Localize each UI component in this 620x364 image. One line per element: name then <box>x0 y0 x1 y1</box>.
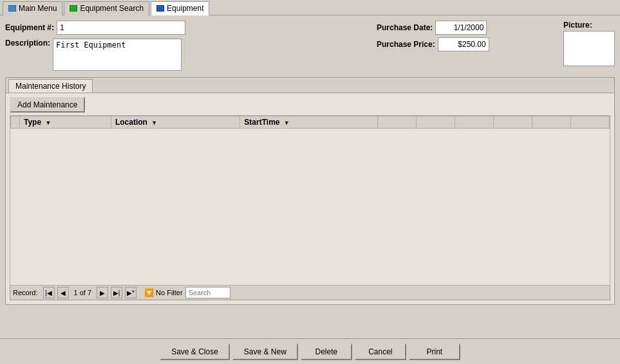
col-extra1 <box>378 116 417 129</box>
maintenance-history-tab-label: Maintenance History <box>15 82 86 91</box>
description-group: Description: First Equipment <box>5 39 182 71</box>
col-extra4 <box>494 116 532 129</box>
nav-new-button[interactable]: ▶* <box>125 287 136 298</box>
equipment-number-label: Equipment #: <box>5 23 54 32</box>
form-right: Purchase Date: Purchase Price: <box>377 21 538 75</box>
tab-main-menu-label: Main Menu <box>19 4 57 13</box>
add-maintenance-label: Add Maintenance <box>17 100 77 109</box>
equipment-number-input[interactable] <box>57 21 185 35</box>
tab-equipment-search[interactable]: Equipment Search <box>64 1 149 15</box>
description-input[interactable]: First Equipment <box>53 39 182 71</box>
grid-header-row: Type ▼ Location ▼ StartTime ▼ <box>11 116 610 129</box>
cancel-button[interactable]: Cancel <box>355 343 406 360</box>
col-location-header[interactable]: Location ▼ <box>111 116 240 129</box>
save-close-label: Save & Close <box>171 347 218 356</box>
cancel-label: Cancel <box>368 347 392 356</box>
add-maintenance-button[interactable]: Add Maintenance <box>10 97 85 113</box>
tab-panel-header: Maintenance History <box>6 78 614 93</box>
maintenance-grid-container[interactable]: Type ▼ Location ▼ StartTime ▼ <box>10 115 610 286</box>
picture-label: Picture: <box>563 21 592 30</box>
tab-equipment[interactable]: Equipment <box>151 1 209 15</box>
col-location-sort-icon: ▼ <box>151 120 157 126</box>
picture-section: Picture: <box>563 21 615 75</box>
nav-filter-group: 🔽 No Filter <box>144 288 183 297</box>
col-starttime-header[interactable]: StartTime ▼ <box>240 116 378 129</box>
purchase-price-label: Purchase Price: <box>377 40 435 49</box>
purchase-date-input[interactable] <box>435 21 487 35</box>
col-extra5 <box>532 116 571 129</box>
purchase-date-label: Purchase Date: <box>377 23 433 32</box>
maintenance-history-tab[interactable]: Maintenance History <box>8 79 93 93</box>
tab-panel-body: Add Maintenance Type ▼ Location <box>6 93 614 304</box>
save-new-label: Save & New <box>244 347 287 356</box>
search-input[interactable] <box>185 287 230 298</box>
nav-bar: Record: |◀ ◀ 1 of 7 ▶ ▶| ▶* 🔽 No Filter <box>10 286 610 300</box>
purchase-date-group: Purchase Date: <box>377 21 487 35</box>
nav-prev-button[interactable]: ◀ <box>57 287 69 298</box>
equipment-number-group: Equipment #: <box>5 21 185 35</box>
search-tab-icon <box>70 5 77 12</box>
nav-next-button[interactable]: ▶ <box>97 287 108 298</box>
nav-first-button[interactable]: |◀ <box>43 287 55 298</box>
description-label: Description: <box>5 39 50 48</box>
print-button[interactable]: Print <box>409 343 460 360</box>
picture-box <box>563 31 615 66</box>
row-selector-header <box>11 116 20 129</box>
record-label: Record: <box>13 289 38 296</box>
save-new-button[interactable]: Save & New <box>232 343 298 360</box>
col-type-sort-icon: ▼ <box>45 120 51 126</box>
print-label: Print <box>427 347 443 356</box>
tab-bar: Main Menu Equipment Search Equipment <box>0 0 620 15</box>
main-content: Equipment #: Description: First Equipmen… <box>0 15 620 338</box>
table-tab-icon <box>156 5 164 12</box>
col-extra2 <box>417 116 455 129</box>
maintenance-grid: Type ▼ Location ▼ StartTime ▼ <box>10 116 610 129</box>
col-location-label: Location <box>115 118 147 127</box>
nav-last-button[interactable]: ▶| <box>111 287 122 298</box>
description-row: Description: First Equipment <box>5 39 364 71</box>
tab-equipment-search-label: Equipment Search <box>80 4 144 13</box>
no-filter-label: No Filter <box>156 289 183 296</box>
tab-equipment-label: Equipment <box>167 4 203 13</box>
col-type-label: Type <box>24 118 41 127</box>
col-starttime-sort-icon: ▼ <box>284 120 290 126</box>
delete-label: Delete <box>315 347 338 356</box>
form-left: Equipment #: Description: First Equipmen… <box>5 21 364 75</box>
filter-funnel-icon: 🔽 <box>144 288 154 297</box>
tab-main-menu[interactable]: Main Menu <box>3 1 62 15</box>
bottom-bar: Save & Close Save & New Delete Cancel Pr… <box>0 338 620 364</box>
col-starttime-label: StartTime <box>244 118 279 127</box>
maintenance-tab-panel: Maintenance History Add Maintenance Type… <box>5 77 615 305</box>
delete-button[interactable]: Delete <box>301 343 352 360</box>
col-extra3 <box>455 116 494 129</box>
current-record: 1 of 7 <box>71 288 95 297</box>
equipment-number-row: Equipment #: <box>5 21 364 35</box>
save-close-button[interactable]: Save & Close <box>160 343 230 360</box>
col-type-header[interactable]: Type ▼ <box>20 116 111 129</box>
col-extra6 <box>571 116 610 129</box>
purchase-price-group: Purchase Price: <box>377 37 489 51</box>
form-top: Equipment #: Description: First Equipmen… <box>5 21 615 75</box>
purchase-price-input[interactable] <box>438 37 489 51</box>
grid-icon <box>8 5 16 12</box>
